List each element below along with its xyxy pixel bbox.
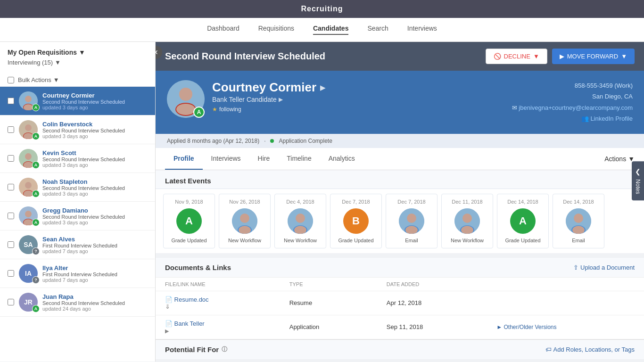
linkedin-link[interactable]: LinkedIn Profile: [590, 115, 633, 122]
profile-info: Courtney Cormier ▶ Bank Teller Candidate…: [212, 80, 325, 113]
event-card[interactable]: Dec 11, 2018 New Workflow: [441, 194, 493, 248]
event-avatar: [454, 208, 480, 234]
candidate-checkbox[interactable]: [8, 98, 14, 104]
candidate-list-item[interactable]: SA?Sean AlvesFirst Round Interview Sched…: [0, 230, 155, 259]
status-separator: ·: [264, 138, 265, 144]
candidate-status: Second Round Interview Scheduled: [42, 156, 148, 162]
bulk-select-all-checkbox[interactable]: [8, 77, 14, 83]
event-avatar: B: [343, 208, 369, 234]
candidate-checkbox[interactable]: [8, 155, 14, 162]
event-card[interactable]: Dec 4, 2018 New Workflow: [274, 194, 326, 248]
event-card[interactable]: Dec 14, 2018AGrade Updated: [497, 194, 549, 248]
main-nav: Dashboard Requisitions Candidates Search…: [0, 18, 644, 42]
candidate-checkbox[interactable]: [8, 184, 14, 190]
candidate-list-item[interactable]: AGregg DamianoSecond Round Interview Sch…: [0, 202, 155, 230]
svg-point-41: [574, 214, 583, 223]
main-layout: My Open Requisitions ▼ Interviewing (15)…: [0, 42, 644, 362]
doc-name-cell: 📄 Bank Teller ▶: [156, 315, 280, 339]
external-link-icon[interactable]: ▶: [165, 328, 169, 334]
notes-panel[interactable]: ❮ Notes: [632, 161, 644, 200]
event-card[interactable]: Dec 14, 2018 Email: [553, 194, 604, 248]
event-date: Dec 7, 2018: [390, 199, 433, 205]
header-actions: 🚫 DECLINE ▼ ▶ MOVE FORWARD ▼: [486, 49, 635, 64]
tab-interviews[interactable]: Interviews: [203, 148, 249, 170]
other-versions-link[interactable]: ► Other/Older Versions: [496, 324, 556, 330]
candidate-info: Sean AlvesFirst Round Interview Schedule…: [42, 236, 148, 254]
candidate-list-item[interactable]: ACourtney CormierSecond Round Interview …: [0, 87, 155, 115]
latest-events-title: Latest Events: [156, 170, 644, 189]
tab-profile[interactable]: Profile: [165, 148, 203, 170]
candidate-list-item[interactable]: AColin BeverstockSecond Round Interview …: [0, 115, 155, 144]
candidate-updated: updated 7 days ago: [42, 248, 148, 254]
tab-analytics[interactable]: Analytics: [320, 148, 363, 170]
decline-button[interactable]: 🚫 DECLINE ▼: [486, 49, 547, 64]
doc-link[interactable]: 📄 Bank Teller: [165, 320, 271, 327]
event-card[interactable]: Nov 26, 2018 New Workflow: [219, 194, 271, 248]
sidebar-title: My Open Requisitions ▼: [8, 49, 148, 56]
candidate-checkbox[interactable]: [8, 299, 14, 305]
role-link-icon[interactable]: ▶: [279, 96, 283, 103]
tab-timeline[interactable]: Timeline: [278, 148, 320, 170]
candidate-info: Noah StapletonSecond Round Interview Sch…: [42, 178, 148, 197]
doc-type-cell: Application: [280, 315, 377, 339]
tab-hire[interactable]: Hire: [249, 148, 279, 170]
nav-search[interactable]: Search: [367, 25, 388, 35]
add-roles-button[interactable]: 🏷 Add Roles, Locations, or Tags: [545, 346, 635, 353]
chevron-down-icon-2[interactable]: ▼: [55, 59, 61, 66]
grade-badge: A: [32, 161, 40, 169]
download-icon[interactable]: ⇓: [165, 303, 170, 310]
event-card[interactable]: Nov 9, 2018AGrade Updated: [163, 194, 215, 248]
candidate-info: Ilya AlterFirst Round Interview Schedule…: [42, 264, 148, 283]
profile-photo-wrap: A: [167, 80, 205, 118]
chevron-down-icon[interactable]: ▼: [79, 49, 85, 56]
candidate-list-item[interactable]: IA?Ilya AlterFirst Round Interview Sched…: [0, 259, 155, 288]
sidebar-subtitle: Interviewing (15) ▼: [8, 59, 148, 66]
event-card[interactable]: Dec 7, 2018BGrade Updated: [330, 194, 382, 248]
forward-icon: ▶: [560, 53, 564, 60]
doc-date-cell: Sep 11, 2018: [377, 315, 487, 339]
candidate-status: Second Round Interview Scheduled: [42, 300, 148, 306]
external-link-icon[interactable]: ▶: [320, 84, 325, 91]
candidate-checkbox[interactable]: [8, 126, 14, 133]
nav-dashboard[interactable]: Dashboard: [207, 25, 239, 35]
event-avatar: A: [510, 208, 536, 234]
candidate-name: Ilya Alter: [42, 264, 148, 272]
candidate-list-item[interactable]: AKevin ScottSecond Round Interview Sched…: [0, 144, 155, 173]
documents-tbody: 📄 Resume.doc ⇓ResumeApr 12, 2018📄 Bank T…: [156, 291, 644, 339]
candidate-info: Courtney CormierSecond Round Interview S…: [42, 92, 148, 110]
nav-candidates[interactable]: Candidates: [313, 25, 348, 35]
col-actions: [487, 278, 644, 291]
linkedin-icon: 👥: [581, 115, 589, 122]
nav-interviews[interactable]: Interviews: [407, 25, 437, 35]
candidate-list-item[interactable]: ANoah StapletonSecond Round Interview Sc…: [0, 173, 155, 202]
event-card[interactable]: Dec 7, 2018 Email: [386, 194, 438, 248]
candidate-list-item[interactable]: JRAJuan RapaSecond Round Interview Sched…: [0, 288, 155, 317]
svg-point-9: [25, 153, 32, 160]
doc-link[interactable]: 📄 Resume.doc: [165, 296, 271, 303]
nav-requisitions[interactable]: Requisitions: [258, 25, 294, 35]
actions-dropdown-button[interactable]: Actions ▼: [604, 155, 635, 163]
col-type: TYPE: [280, 278, 377, 291]
document-row: 📄 Bank Teller ▶ApplicationSep 11, 2018► …: [156, 315, 644, 339]
svg-point-37: [462, 214, 472, 223]
bulk-actions-button[interactable]: Bulk Actions ▼: [18, 76, 59, 83]
notes-label: Notes: [635, 179, 641, 194]
candidate-updated: updated 3 days ago: [42, 162, 148, 168]
status-dot: [270, 139, 274, 143]
candidate-checkbox[interactable]: [8, 213, 14, 219]
info-icon: ⓘ: [222, 346, 227, 354]
candidate-checkbox[interactable]: [8, 270, 14, 277]
latest-events-section: Latest Events Nov 9, 2018AGrade UpdatedN…: [156, 170, 644, 253]
email-link[interactable]: jbenivegna+courtney@clearcompany.com: [519, 104, 633, 111]
svg-point-1: [25, 96, 32, 102]
candidate-checkbox[interactable]: [8, 241, 14, 248]
events-container: Nov 9, 2018AGrade UpdatedNov 26, 2018 Ne…: [156, 189, 644, 253]
move-forward-button[interactable]: ▶ MOVE FORWARD ▼: [552, 49, 635, 64]
upload-document-button[interactable]: ⇧ Upload a Document: [573, 264, 635, 271]
app-title-bar: Recruiting: [0, 0, 644, 18]
candidate-updated: updated 3 days ago: [42, 105, 148, 110]
candidate-status: Second Round Interview Scheduled: [42, 185, 148, 191]
email-icon: ✉: [512, 104, 517, 111]
svg-point-21: [179, 88, 192, 101]
candidate-location: San Diego, CA: [512, 91, 633, 102]
